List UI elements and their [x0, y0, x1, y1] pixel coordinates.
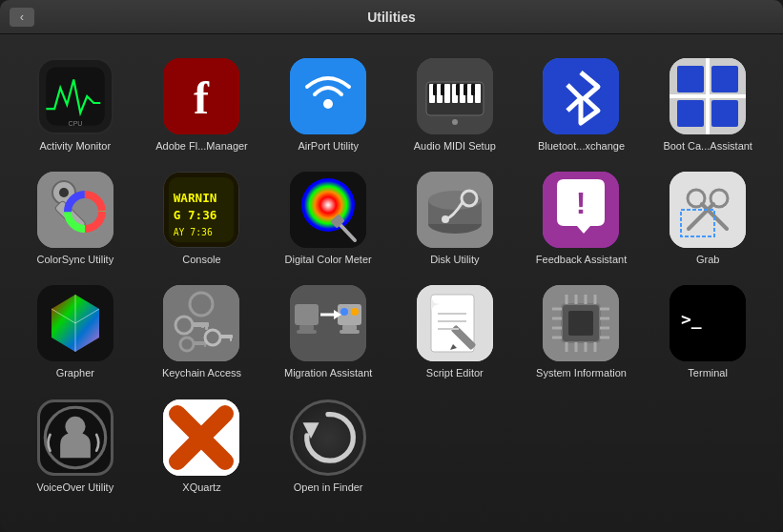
svg-rect-83: [342, 325, 357, 330]
app-icon-migration-assistant: [290, 285, 366, 361]
app-item-voiceover-utility[interactable]: VoiceOver Utility: [14, 395, 136, 499]
app-item-colorsync[interactable]: ColorSync Utility: [14, 167, 136, 271]
svg-rect-81: [297, 330, 317, 334]
svg-text:CPU: CPU: [68, 120, 82, 127]
back-button[interactable]: ‹: [10, 8, 34, 27]
app-label-audio-midi: Audio MIDI Setup: [414, 140, 496, 153]
app-item-open-in-finder[interactable]: Open in Finder: [267, 395, 389, 499]
svg-point-32: [59, 188, 69, 197]
app-icon-airport-utility: [290, 58, 366, 134]
app-item-audio-midi[interactable]: Audio MIDI Setup: [394, 53, 516, 157]
app-item-system-information[interactable]: System Information: [521, 280, 643, 384]
app-icon-voiceover-utility: [37, 399, 113, 476]
svg-rect-1: [46, 67, 104, 125]
app-item-digital-color-meter[interactable]: Digital Color Meter: [267, 167, 389, 271]
app-icon-digital-color-meter: [290, 172, 366, 248]
svg-rect-114: [568, 311, 593, 336]
app-icon-colorsync: [37, 172, 113, 248]
svg-point-51: [442, 215, 449, 223]
svg-text:G 7:36: G 7:36: [174, 208, 217, 222]
app-icon-xquartz: [163, 399, 239, 476]
svg-rect-70: [205, 322, 208, 330]
app-item-activity-monitor[interactable]: CPU Activity Monitor: [14, 53, 136, 157]
app-label-open-in-finder: Open in Finder: [294, 481, 363, 494]
app-icon-adobe-flash: f: [163, 58, 239, 134]
app-icon-script-editor: [417, 285, 493, 361]
app-label-console: Console: [182, 254, 220, 266]
app-item-grab[interactable]: Grab: [647, 167, 769, 271]
svg-rect-18: [456, 84, 460, 95]
app-label-activity-monitor: Activity Monitor: [40, 140, 112, 153]
svg-rect-77: [230, 335, 232, 341]
svg-rect-17: [441, 84, 444, 95]
app-label-grab: Grab: [696, 254, 719, 266]
app-item-console[interactable]: WARNIN G 7:36 AY 7:36 Console: [141, 167, 263, 271]
app-icon-activity-monitor: CPU: [37, 58, 113, 134]
app-label-system-information: System Information: [536, 367, 627, 379]
app-label-adobe-flash: Adobe Fl...Manager: [155, 140, 248, 153]
app-label-migration-assistant: Migration Assistant: [284, 367, 372, 379]
svg-rect-16: [433, 84, 437, 95]
app-label-disk-utility: Disk Utility: [430, 254, 479, 266]
app-icon-bluetooth: [543, 58, 619, 134]
app-item-adobe-flash[interactable]: f Adobe Fl...Manager: [141, 53, 263, 157]
app-item-terminal[interactable]: >_ Terminal: [647, 280, 769, 384]
app-icon-system-information: [543, 285, 619, 361]
app-icon-console: WARNIN G 7:36 AY 7:36: [163, 172, 239, 248]
app-icon-terminal: >_: [670, 285, 746, 361]
app-icon-feedback-assistant: !: [543, 172, 619, 248]
svg-text:!: !: [576, 186, 587, 220]
app-item-xquartz[interactable]: XQuartz: [141, 395, 263, 499]
app-item-grapher[interactable]: Grapher: [14, 280, 136, 384]
svg-rect-11: [444, 84, 450, 103]
svg-rect-84: [340, 330, 360, 334]
app-item-boot-camp[interactable]: Boot Ca...Assistant: [647, 53, 769, 157]
svg-rect-80: [299, 325, 314, 330]
app-icon-disk-utility: [417, 172, 493, 248]
app-label-xquartz: XQuartz: [182, 481, 220, 494]
app-label-grapher: Grapher: [56, 367, 94, 379]
app-icon-open-in-finder: [290, 399, 366, 476]
svg-rect-5: [290, 58, 366, 134]
svg-text:WARNIN: WARNIN: [174, 191, 217, 205]
app-item-migration-assistant[interactable]: Migration Assistant: [267, 280, 389, 384]
app-item-disk-utility[interactable]: Disk Utility: [394, 167, 516, 271]
app-label-script-editor: Script Editor: [426, 367, 484, 379]
svg-rect-71: [201, 322, 204, 328]
app-item-airport-utility[interactable]: AirPort Utility: [267, 53, 389, 157]
app-label-feedback-assistant: Feedback Assistant: [536, 254, 627, 266]
app-item-bluetooth[interactable]: Bluetoot...xchange: [521, 53, 643, 157]
app-icon-keychain-access: [163, 285, 239, 361]
app-item-script-editor[interactable]: Script Editor: [394, 280, 516, 384]
window-title: Utilities: [367, 10, 416, 25]
svg-rect-79: [295, 304, 319, 325]
svg-point-43: [301, 178, 355, 232]
app-item-keychain-access[interactable]: Keychain Access: [141, 280, 263, 384]
svg-text:AY 7:36: AY 7:36: [174, 227, 213, 237]
app-label-bluetooth: Bluetoot...xchange: [538, 140, 625, 153]
app-icon-grab: [670, 172, 746, 248]
svg-rect-19: [464, 84, 467, 95]
svg-text:f: f: [194, 72, 210, 123]
app-label-boot-camp: Boot Ca...Assistant: [663, 140, 752, 153]
svg-point-85: [340, 308, 348, 316]
app-icon-boot-camp: [670, 58, 746, 134]
svg-rect-20: [471, 84, 475, 95]
app-label-airport-utility: AirPort Utility: [298, 140, 359, 153]
svg-point-6: [323, 99, 333, 109]
svg-rect-15: [475, 84, 481, 103]
app-icon-grapher: [37, 285, 113, 361]
titlebar: ‹ Utilities: [0, 0, 783, 34]
utilities-window: ‹ Utilities CPU Activity Monitor f: [0, 0, 783, 532]
app-icon-audio-midi: [417, 58, 493, 134]
app-item-feedback-assistant[interactable]: ! Feedback Assistant: [521, 167, 643, 271]
app-label-voiceover-utility: VoiceOver Utility: [36, 481, 113, 494]
svg-rect-24: [677, 66, 704, 92]
svg-point-86: [351, 308, 359, 316]
app-label-terminal: Terminal: [688, 367, 728, 379]
app-grid: CPU Activity Monitor f Adobe Fl...Manage…: [0, 34, 783, 513]
svg-rect-25: [711, 66, 738, 92]
app-label-keychain-access: Keychain Access: [162, 367, 241, 379]
svg-text:>_: >_: [681, 309, 702, 329]
app-label-colorsync: ColorSync Utility: [36, 254, 113, 266]
